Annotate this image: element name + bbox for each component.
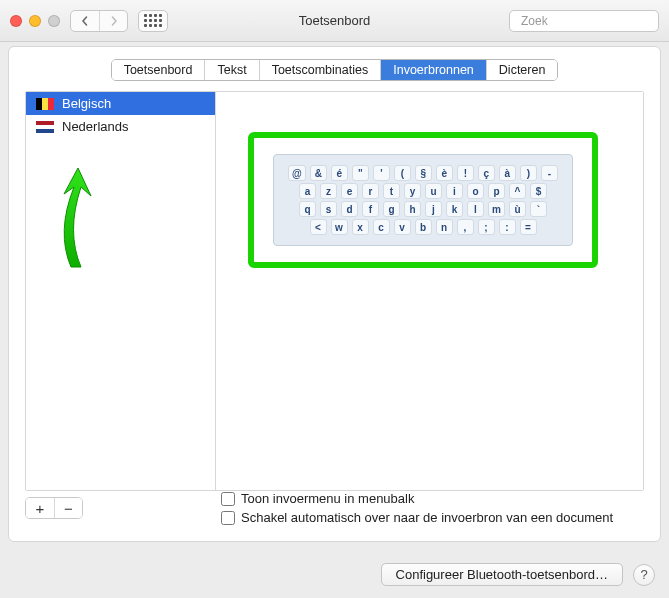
flag-be-icon [36,98,54,110]
key: u [425,183,442,199]
key: r [362,183,379,199]
key: t [383,183,400,199]
tab-toetscombinaties[interactable]: Toetscombinaties [259,60,381,80]
show-input-menu-option[interactable]: Toon invoermenu in menubalk [221,491,613,506]
key: q [299,201,316,217]
input-source-belgisch[interactable]: Belgisch [26,92,215,115]
input-source-nederlands[interactable]: Nederlands [26,115,215,138]
zoom-window-button [48,15,60,27]
search-field[interactable] [509,10,659,32]
key: x [352,219,369,235]
key: @ [288,165,306,181]
key: n [436,219,453,235]
show-input-menu-checkbox[interactable] [221,492,235,506]
key: o [467,183,484,199]
remove-source-button[interactable]: − [54,498,82,518]
key: ( [394,165,411,181]
key: s [320,201,337,217]
tab-dicteren[interactable]: Dicteren [486,60,558,80]
forward-button[interactable] [99,11,127,31]
key: p [488,183,505,199]
flag-nl-icon [36,121,54,133]
key: b [415,219,432,235]
key: z [320,183,337,199]
keyboard-row: azertyuiop^$ [282,183,564,199]
key: ! [457,165,474,181]
add-remove-segment: + − [25,497,83,519]
key: ` [530,201,547,217]
tab-toetsenbord[interactable]: Toetsenbord [112,60,205,80]
chevron-left-icon [80,16,90,26]
configure-bluetooth-button[interactable]: Configureer Bluetooth-toetsenbord… [381,563,623,586]
key: ^ [509,183,526,199]
key: & [310,165,327,181]
key: ù [509,201,526,217]
key: y [404,183,421,199]
show-input-menu-label: Toon invoermenu in menubalk [241,491,414,506]
key: a [299,183,316,199]
auto-switch-checkbox[interactable] [221,511,235,525]
auto-switch-label: Schakel automatisch over naar de invoerb… [241,510,613,525]
input-sources-sidebar: BelgischNederlands [26,92,216,490]
key: - [541,165,558,181]
key: w [331,219,348,235]
key: , [457,219,474,235]
key: v [394,219,411,235]
key: è [436,165,453,181]
keyboard-row: qsdfghjklmù` [282,201,564,217]
key: c [373,219,390,235]
add-source-button[interactable]: + [26,498,54,518]
tab-bar: ToetsenbordTekstToetscombinatiesInvoerbr… [111,59,559,81]
below-content-row: + − Toon invoermenu in menubalk Schakel … [25,491,644,525]
keyboard-preview-pane: @&é"'(§è!çà)-azertyuiop^$qsdfghjklmù`<wx… [216,92,643,490]
key: " [352,165,369,181]
key: ; [478,219,495,235]
key: g [383,201,400,217]
close-window-button[interactable] [10,15,22,27]
preference-pane: ToetsenbordTekstToetscombinatiesInvoerbr… [8,46,661,542]
key: i [446,183,463,199]
input-source-list[interactable]: BelgischNederlands [26,92,215,490]
back-button[interactable] [71,11,99,31]
key: e [341,183,358,199]
bottom-buttons: Configureer Bluetooth-toetsenbord… ? [381,563,655,586]
key: é [331,165,348,181]
keyboard-row: <wxcvbn,;:= [282,219,564,235]
key: § [415,165,432,181]
key: h [404,201,421,217]
key: : [499,219,516,235]
tab-invoerbronnen[interactable]: Invoerbronnen [380,60,486,80]
key: à [499,165,516,181]
input-source-label: Belgisch [62,96,111,111]
content-area: BelgischNederlands @&é"'(§è!çà)-azertyui… [25,91,644,491]
keyboard-layout-preview: @&é"'(§è!çà)-azertyuiop^$qsdfghjklmù`<wx… [273,154,573,246]
key: d [341,201,358,217]
help-button[interactable]: ? [633,564,655,586]
key: f [362,201,379,217]
nav-segment [70,10,128,32]
titlebar: Toetsenbord [0,0,669,42]
grid-icon [144,14,162,27]
key: l [467,201,484,217]
chevron-right-icon [109,16,119,26]
keyboard-row: @&é"'(§è!çà)- [282,165,564,181]
key: = [520,219,537,235]
minimize-window-button[interactable] [29,15,41,27]
window-controls [10,15,60,27]
keyboard-preview-highlight: @&é"'(§è!çà)-azertyuiop^$qsdfghjklmù`<wx… [248,132,598,268]
key: k [446,201,463,217]
key: ' [373,165,390,181]
search-input[interactable] [521,14,669,28]
input-source-label: Nederlands [62,119,129,134]
key: < [310,219,327,235]
options-column: Toon invoermenu in menubalk Schakel auto… [221,491,613,525]
key: ) [520,165,537,181]
key: $ [530,183,547,199]
tab-tekst[interactable]: Tekst [204,60,258,80]
show-all-prefs-button[interactable] [138,10,168,32]
key: ç [478,165,495,181]
auto-switch-option[interactable]: Schakel automatisch over naar de invoerb… [221,510,613,525]
tabs-container: ToetsenbordTekstToetscombinatiesInvoerbr… [25,59,644,81]
key: m [488,201,505,217]
key: j [425,201,442,217]
